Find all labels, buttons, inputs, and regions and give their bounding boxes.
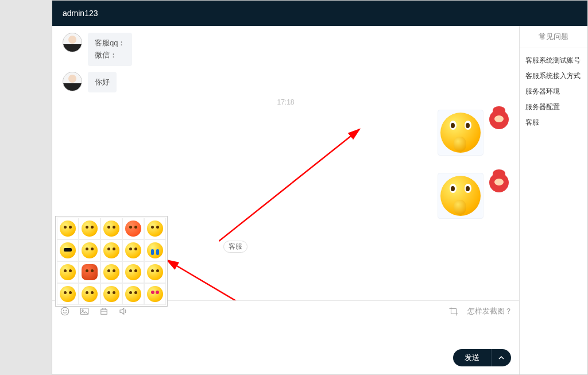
emoji-option[interactable] — [79, 261, 100, 283]
emoji-face-icon — [60, 242, 76, 258]
faq-item[interactable]: 服务器配置 — [525, 99, 582, 115]
emoji-face-icon — [82, 242, 98, 258]
message-row: 客服qq： 微信： — [63, 33, 509, 66]
emoji-face-icon — [103, 286, 119, 302]
emoji-option[interactable] — [122, 218, 144, 239]
emoji-option[interactable] — [144, 239, 166, 261]
emoji-option[interactable] — [100, 218, 122, 239]
message-line: 客服qq： — [95, 37, 125, 49]
svg-line-1 — [167, 260, 293, 300]
emoji-option[interactable] — [144, 218, 166, 239]
emoji-face-icon — [82, 221, 98, 237]
agent-avatar — [63, 33, 82, 52]
emoji-face-icon — [147, 264, 163, 280]
emoji-option[interactable] — [57, 218, 79, 239]
emoji-face-icon — [82, 264, 98, 280]
emoji-option[interactable] — [122, 261, 144, 283]
emoji-face-icon — [103, 242, 119, 258]
emoji-face-icon — [82, 286, 98, 302]
app-window: admin123 客服qq： 微信： 你好 17:18 — [52, 0, 588, 375]
faq-tab[interactable]: 常见问题 — [520, 26, 587, 48]
emoji-option[interactable] — [79, 218, 100, 239]
sound-icon[interactable] — [118, 306, 129, 317]
emoji-option[interactable] — [122, 283, 144, 305]
message-input[interactable] — [52, 322, 519, 349]
message-bubble: 你好 — [88, 72, 117, 93]
emoji-face-icon — [125, 264, 141, 280]
message-line: 你好 — [95, 76, 110, 88]
svg-point-2 — [61, 307, 69, 315]
emoji-face-icon — [125, 286, 141, 302]
agent-avatar — [63, 72, 82, 91]
message-line: 微信： — [95, 49, 125, 61]
emoji-option[interactable] — [100, 261, 122, 283]
emoji-face-icon — [147, 221, 163, 237]
faq-list: 客服系统测试账号客服系统接入方式服务器环境服务器配置客服 — [520, 48, 587, 135]
emoji-option[interactable] — [144, 283, 166, 305]
emoji-face-icon — [147, 242, 163, 258]
compose-area: 怎样发截图？ 发送 — [52, 300, 519, 374]
content-area: 客服qq： 微信： 你好 17:18 — [52, 26, 587, 374]
user-avatar — [489, 110, 509, 129]
chat-column: 客服qq： 微信： 你好 17:18 — [52, 26, 520, 374]
svg-line-0 — [219, 129, 359, 241]
emoji-option[interactable] — [57, 239, 79, 261]
crop-icon[interactable] — [448, 306, 459, 317]
message-bubble: 客服qq： 微信： — [88, 33, 132, 66]
emoji-face-icon — [60, 286, 76, 302]
send-options-button[interactable] — [491, 349, 511, 366]
thinking-emoji-icon — [440, 113, 481, 153]
send-row: 发送 — [52, 349, 519, 374]
faq-item[interactable]: 客服系统接入方式 — [525, 68, 582, 84]
emoji-face-icon — [60, 221, 76, 237]
faq-sidebar: 常见问题 客服系统测试账号客服系统接入方式服务器环境服务器配置客服 — [520, 26, 587, 374]
emoji-option[interactable] — [100, 239, 122, 261]
emoji-face-icon — [103, 221, 119, 237]
titlebar: admin123 — [52, 1, 587, 26]
thinking-emoji-icon — [440, 176, 481, 216]
timestamp: 17:18 — [63, 98, 509, 106]
emoji-option[interactable] — [79, 239, 100, 261]
message-bubble — [438, 173, 483, 219]
annotation-arrow-icon — [219, 123, 368, 244]
emoji-face-icon — [125, 242, 141, 258]
faq-item[interactable]: 客服系统测试账号 — [525, 53, 582, 68]
message-row: 你好 — [63, 72, 509, 93]
emoji-option[interactable] — [144, 261, 166, 283]
svg-point-3 — [63, 310, 64, 311]
emoji-face-icon — [60, 264, 76, 280]
username-label: admin123 — [63, 9, 98, 18]
image-icon[interactable] — [79, 306, 90, 317]
emoji-icon[interactable] — [59, 306, 71, 317]
file-icon[interactable] — [98, 306, 110, 317]
emoji-face-icon — [125, 221, 141, 237]
faq-item[interactable]: 服务器环境 — [525, 84, 582, 99]
emoji-face-icon — [147, 286, 163, 302]
user-avatar — [489, 173, 509, 192]
emoji-face-icon — [103, 264, 119, 280]
emoji-option[interactable] — [79, 283, 100, 305]
send-button[interactable]: 发送 — [453, 349, 491, 366]
faq-item[interactable]: 客服 — [525, 115, 582, 130]
emoji-option[interactable] — [100, 283, 122, 305]
emoji-option[interactable] — [122, 239, 144, 261]
annotation-arrow-icon — [161, 254, 299, 300]
emoji-option[interactable] — [57, 283, 79, 305]
screenshot-hint[interactable]: 怎样发截图？ — [467, 306, 512, 316]
emoji-picker[interactable] — [55, 216, 168, 307]
emoji-option[interactable] — [57, 261, 79, 283]
chevron-up-icon — [498, 355, 504, 361]
message-bubble — [438, 110, 483, 156]
svg-point-4 — [66, 310, 67, 311]
